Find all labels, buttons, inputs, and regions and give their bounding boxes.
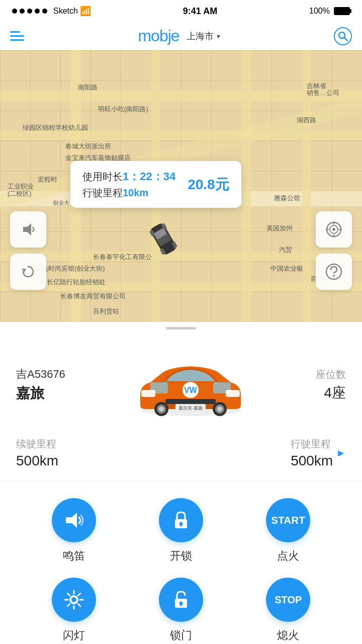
range-label: 续驶里程	[16, 437, 58, 451]
car-info-bottom: 续驶里程 500km 行驶里程 500km ►	[16, 435, 346, 469]
unlock-button[interactable]	[159, 498, 203, 542]
trip-price: 20.8元	[188, 175, 229, 194]
distance-value: 10km	[123, 187, 148, 198]
honk-label: 鸣笛	[63, 548, 85, 564]
svg-point-34	[217, 407, 222, 412]
distance-info: 行驶里程10km	[82, 186, 175, 200]
car-image: VW 嘉尔夫·嘉旅	[125, 345, 256, 425]
flash-control[interactable]: 闪灯	[20, 578, 127, 643]
svg-line-50	[67, 604, 70, 606]
seats-value: 4座	[316, 383, 346, 403]
seats-label: 座位数	[316, 368, 346, 381]
honk-button[interactable]	[52, 498, 96, 542]
svg-line-48	[78, 604, 80, 606]
volume-button[interactable]	[10, 211, 46, 248]
map-right-buttons	[316, 211, 352, 290]
lock-label: 锁门	[170, 628, 192, 643]
svg-line-1	[344, 38, 347, 41]
mileage-label: 行驶里程	[291, 437, 333, 451]
battery-icon	[334, 7, 350, 15]
svg-point-31	[159, 407, 164, 412]
search-button[interactable]	[334, 27, 352, 45]
car-info-top: 吉A53676 嘉旅 VW	[16, 345, 346, 425]
controls-grid: 鸣笛 开锁 START 点火	[20, 498, 342, 643]
map-label: 明旺小吃(南阳路)	[98, 105, 148, 114]
lock-button[interactable]	[159, 578, 203, 622]
stop-label: 熄火	[277, 628, 299, 643]
svg-marker-9	[23, 223, 31, 235]
honk-control[interactable]: 鸣笛	[20, 498, 127, 564]
drag-handle-bar	[166, 327, 196, 330]
usage-time: 1：22：34	[123, 170, 175, 183]
car-info-left: 吉A53676 嘉旅	[16, 367, 65, 403]
start-control[interactable]: START 点火	[235, 498, 342, 564]
status-left: Sketch 📶	[12, 6, 91, 17]
mileage-info: 行驶里程 500km ►	[291, 437, 346, 469]
signal-dots	[12, 9, 47, 14]
svg-text:嘉尔夫·嘉旅: 嘉尔夫·嘉旅	[178, 406, 203, 411]
stop-button[interactable]: STOP	[266, 578, 310, 622]
car-name: 嘉旅	[16, 384, 65, 403]
flash-button[interactable]	[52, 578, 96, 622]
support-button[interactable]	[316, 254, 352, 290]
start-button[interactable]: START	[266, 498, 310, 542]
unlock-label: 开锁	[170, 548, 192, 564]
lock-control[interactable]: 锁门	[127, 578, 234, 643]
status-bar: Sketch 📶 9:41 AM 100%	[0, 0, 362, 22]
svg-line-49	[78, 593, 80, 596]
stop-control[interactable]: STOP 熄火	[235, 578, 342, 643]
mileage-value: 500km	[291, 453, 333, 469]
chevron-down-icon[interactable]: ▾	[217, 32, 220, 40]
svg-marker-37	[66, 513, 77, 528]
svg-rect-40	[180, 524, 182, 527]
app-logo: mobje	[138, 27, 179, 45]
svg-line-47	[67, 593, 70, 596]
battery-level: 100%	[309, 7, 330, 16]
range-value: 500km	[16, 453, 58, 469]
map-label: 中国农业银	[270, 264, 303, 273]
wifi-icon: 📶	[80, 6, 91, 17]
svg-point-19	[333, 275, 335, 277]
map-info-left: 使用时长1：22：34 行驶里程10km	[82, 169, 175, 200]
refresh-button[interactable]	[10, 254, 46, 290]
car-info-right: 座位数 4座	[316, 368, 346, 403]
map-info-card: 使用时长1：22：34 行驶里程10km 20.8元	[70, 161, 241, 208]
map-label: 百利货站	[93, 307, 119, 316]
start-label: 点火	[277, 548, 299, 564]
map-area: 南阳路 明旺小吃(南阳路) 绿园区锦程学校幼儿园 春城大街派出所 金宝来汽车装饰…	[0, 50, 362, 322]
svg-rect-26	[226, 390, 240, 397]
map-label: 美国加州	[266, 224, 293, 233]
city-selector[interactable]: 上海市	[187, 30, 214, 42]
svg-point-13	[332, 228, 335, 231]
svg-rect-25	[141, 390, 155, 397]
nav-arrow-icon[interactable]: ►	[336, 447, 346, 459]
car-image-area: VW 嘉尔夫·嘉旅	[65, 345, 316, 425]
controls-panel: 鸣笛 开锁 START 点火	[0, 482, 362, 644]
unlock-control[interactable]: 开锁	[127, 498, 234, 564]
car-plate: 吉A53676	[16, 367, 65, 382]
drag-handle[interactable]	[0, 322, 362, 335]
usage-label: 使用时长1：22：34	[82, 169, 175, 184]
car-info-panel: 吉A53676 嘉旅 VW	[0, 335, 362, 481]
target-button[interactable]	[316, 211, 352, 248]
menu-button[interactable]	[10, 31, 24, 41]
map-left-buttons	[10, 211, 46, 290]
svg-text:VW: VW	[184, 386, 198, 394]
svg-point-42	[71, 597, 76, 602]
flash-label: 闪灯	[63, 628, 85, 643]
range-info: 续驶里程 500km	[16, 437, 58, 469]
status-time: 9:41 AM	[183, 6, 217, 17]
map-background: 南阳路 明旺小吃(南阳路) 绿园区锦程学校幼儿园 春城大街派出所 金宝来汽车装饰…	[0, 50, 362, 322]
status-right: 100%	[309, 7, 350, 16]
svg-rect-53	[180, 603, 182, 606]
carrier-name: Sketch	[53, 7, 78, 16]
app-header: mobje 上海市 ▾	[0, 22, 362, 50]
